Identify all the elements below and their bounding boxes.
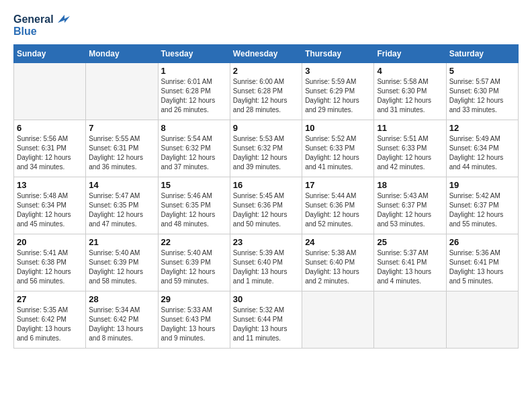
daylight-text: Daylight: 13 hours and 2 minutes. (305, 267, 371, 286)
day-number: 3 (305, 66, 371, 76)
day-number: 9 (233, 123, 299, 133)
day-number: 26 (449, 237, 515, 247)
daylight-text: Daylight: 12 hours and 33 minutes. (449, 96, 515, 115)
day-info: Sunrise: 5:34 AMSunset: 6:42 PMDaylight:… (89, 306, 154, 343)
day-number: 22 (161, 237, 227, 247)
sunrise-text: Sunrise: 5:51 AM (377, 134, 443, 144)
sunrise-text: Sunrise: 5:37 AM (377, 248, 443, 258)
day-number: 2 (233, 66, 299, 76)
sunrise-text: Sunrise: 5:46 AM (161, 191, 227, 201)
day-info: Sunrise: 5:44 AMSunset: 6:36 PMDaylight:… (305, 191, 371, 229)
daylight-text: Daylight: 12 hours and 34 minutes. (17, 153, 83, 172)
calendar-cell (374, 291, 446, 349)
sunset-text: Sunset: 6:36 PM (233, 201, 299, 210)
daylight-text: Daylight: 13 hours and 6 minutes. (17, 324, 83, 343)
sunrise-text: Sunrise: 5:42 AM (449, 191, 515, 201)
sunrise-text: Sunrise: 5:54 AM (161, 134, 227, 144)
sunset-text: Sunset: 6:32 PM (233, 144, 299, 153)
sunset-text: Sunset: 6:35 PM (161, 201, 227, 210)
calendar: SundayMondayTuesdayWednesdayThursdayFrid… (13, 44, 519, 349)
calendar-cell: 30Sunrise: 5:32 AMSunset: 6:44 PMDayligh… (230, 291, 302, 349)
calendar-cell: 24Sunrise: 5:38 AMSunset: 6:40 PMDayligh… (302, 234, 374, 291)
sunset-text: Sunset: 6:38 PM (17, 258, 83, 267)
daylight-text: Daylight: 13 hours and 8 minutes. (89, 324, 154, 343)
sunrise-text: Sunrise: 5:45 AM (233, 191, 299, 201)
sunset-text: Sunset: 6:41 PM (377, 258, 443, 267)
sunrise-text: Sunrise: 5:59 AM (305, 77, 371, 87)
sunrise-text: Sunrise: 5:32 AM (233, 306, 299, 315)
sunrise-text: Sunrise: 5:58 AM (377, 77, 443, 87)
sunset-text: Sunset: 6:42 PM (17, 315, 83, 324)
day-number: 7 (89, 123, 154, 133)
week-row-1: 6Sunrise: 5:56 AMSunset: 6:31 PMDaylight… (14, 120, 519, 177)
sunset-text: Sunset: 6:34 PM (449, 144, 515, 153)
sunrise-text: Sunrise: 5:36 AM (449, 248, 515, 258)
day-info: Sunrise: 5:56 AMSunset: 6:31 PMDaylight:… (17, 134, 83, 172)
daylight-text: Daylight: 12 hours and 42 minutes. (377, 153, 443, 172)
calendar-cell: 27Sunrise: 5:35 AMSunset: 6:42 PMDayligh… (14, 291, 86, 349)
sunrise-text: Sunrise: 5:35 AM (17, 306, 83, 315)
daylight-text: Daylight: 12 hours and 29 minutes. (305, 96, 371, 115)
daylight-text: Daylight: 13 hours and 9 minutes. (161, 324, 227, 343)
day-info: Sunrise: 5:33 AMSunset: 6:43 PMDaylight:… (161, 306, 227, 343)
calendar-cell: 20Sunrise: 5:41 AMSunset: 6:38 PMDayligh… (14, 234, 86, 291)
day-info: Sunrise: 5:48 AMSunset: 6:34 PMDaylight:… (17, 191, 83, 229)
sunset-text: Sunset: 6:40 PM (305, 258, 371, 267)
calendar-cell: 25Sunrise: 5:37 AMSunset: 6:41 PMDayligh… (374, 234, 446, 291)
daylight-text: Daylight: 13 hours and 11 minutes. (233, 324, 299, 343)
sunrise-text: Sunrise: 5:41 AM (17, 248, 83, 258)
day-number: 15 (161, 180, 227, 190)
day-info: Sunrise: 5:36 AMSunset: 6:41 PMDaylight:… (449, 248, 515, 286)
day-info: Sunrise: 5:32 AMSunset: 6:44 PMDaylight:… (233, 306, 299, 343)
day-number: 17 (305, 180, 371, 190)
sunrise-text: Sunrise: 5:33 AM (161, 306, 227, 315)
day-number: 8 (161, 123, 227, 133)
week-row-4: 27Sunrise: 5:35 AMSunset: 6:42 PMDayligh… (14, 291, 519, 349)
day-info: Sunrise: 5:35 AMSunset: 6:42 PMDaylight:… (17, 306, 83, 343)
daylight-text: Daylight: 12 hours and 55 minutes. (449, 210, 515, 229)
calendar-cell: 16Sunrise: 5:45 AMSunset: 6:36 PMDayligh… (230, 177, 302, 234)
calendar-cell: 9Sunrise: 5:53 AMSunset: 6:32 PMDaylight… (230, 120, 302, 177)
day-number: 25 (377, 237, 443, 247)
sunrise-text: Sunrise: 5:40 AM (89, 248, 154, 258)
sunset-text: Sunset: 6:33 PM (377, 144, 443, 153)
day-info: Sunrise: 5:59 AMSunset: 6:29 PMDaylight:… (305, 77, 371, 115)
calendar-cell (302, 291, 374, 349)
calendar-cell: 6Sunrise: 5:56 AMSunset: 6:31 PMDaylight… (14, 120, 86, 177)
sunrise-text: Sunrise: 6:01 AM (161, 77, 227, 87)
day-info: Sunrise: 5:37 AMSunset: 6:41 PMDaylight:… (377, 248, 443, 286)
weekday-header-monday: Monday (86, 45, 158, 63)
day-number: 27 (17, 294, 83, 304)
day-number: 24 (305, 237, 371, 247)
calendar-cell: 11Sunrise: 5:51 AMSunset: 6:33 PMDayligh… (374, 120, 446, 177)
day-info: Sunrise: 5:54 AMSunset: 6:32 PMDaylight:… (161, 134, 227, 172)
day-number: 21 (89, 237, 154, 247)
day-info: Sunrise: 5:41 AMSunset: 6:38 PMDaylight:… (17, 248, 83, 286)
daylight-text: Daylight: 12 hours and 58 minutes. (89, 267, 154, 286)
logo-general: General (13, 13, 54, 26)
daylight-text: Daylight: 13 hours and 1 minute. (233, 267, 299, 286)
day-info: Sunrise: 5:40 AMSunset: 6:39 PMDaylight:… (89, 248, 154, 286)
calendar-cell: 5Sunrise: 5:57 AMSunset: 6:30 PMDaylight… (446, 63, 518, 120)
day-number: 5 (449, 66, 515, 76)
calendar-cell (14, 63, 86, 120)
day-number: 12 (449, 123, 515, 133)
day-info: Sunrise: 5:52 AMSunset: 6:33 PMDaylight:… (305, 134, 371, 172)
day-info: Sunrise: 5:57 AMSunset: 6:30 PMDaylight:… (449, 77, 515, 115)
daylight-text: Daylight: 13 hours and 5 minutes. (449, 267, 515, 286)
calendar-cell: 28Sunrise: 5:34 AMSunset: 6:42 PMDayligh… (86, 291, 158, 349)
weekday-header-wednesday: Wednesday (230, 45, 302, 63)
day-number: 30 (233, 294, 299, 304)
sunrise-text: Sunrise: 5:34 AM (89, 306, 154, 315)
daylight-text: Daylight: 12 hours and 36 minutes. (89, 153, 154, 172)
calendar-cell: 17Sunrise: 5:44 AMSunset: 6:36 PMDayligh… (302, 177, 374, 234)
logo-blue: Blue (13, 26, 37, 38)
calendar-cell: 2Sunrise: 6:00 AMSunset: 6:28 PMDaylight… (230, 63, 302, 120)
sunrise-text: Sunrise: 5:56 AM (17, 134, 83, 144)
calendar-cell: 10Sunrise: 5:52 AMSunset: 6:33 PMDayligh… (302, 120, 374, 177)
sunset-text: Sunset: 6:41 PM (449, 258, 515, 267)
day-info: Sunrise: 5:42 AMSunset: 6:37 PMDaylight:… (449, 191, 515, 229)
day-info: Sunrise: 6:00 AMSunset: 6:28 PMDaylight:… (233, 77, 299, 115)
weekday-header-tuesday: Tuesday (158, 45, 230, 63)
sunrise-text: Sunrise: 5:43 AM (377, 191, 443, 201)
